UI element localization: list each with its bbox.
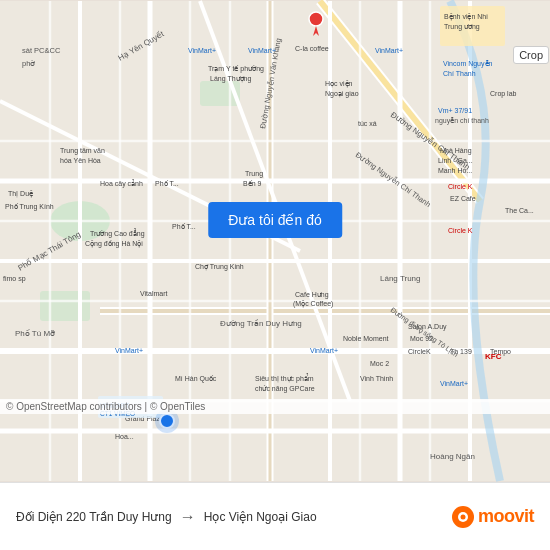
svg-text:hóa Yên Hòa: hóa Yên Hòa [60,157,101,164]
svg-text:The Ca...: The Ca... [505,207,534,214]
svg-text:nguyễn chí thanh: nguyễn chí thanh [435,117,489,125]
svg-text:Trạm Y tế phường: Trạm Y tế phường [208,65,264,73]
svg-text:Trung ương: Trung ương [444,23,480,31]
svg-text:C-la coffee: C-la coffee [295,45,329,52]
svg-text:VinMart+: VinMart+ [115,347,143,354]
svg-text:Bến 9: Bến 9 [243,180,262,187]
svg-rect-3 [40,291,90,321]
svg-text:chức năng GPCare: chức năng GPCare [255,385,315,393]
direction-button[interactable]: Đưa tôi đến đó [208,202,342,238]
svg-text:Đường Trần Duy Hưng: Đường Trần Duy Hưng [220,319,302,328]
svg-text:Phố Trung Kính: Phố Trung Kính [5,203,54,211]
svg-point-104 [309,12,323,26]
svg-text:Mì Hàn Quốc: Mì Hàn Quốc [175,375,217,383]
svg-text:Manh Ho...: Manh Ho... [438,167,472,174]
svg-text:Trường Cao đẳng: Trường Cao đẳng [90,228,145,238]
route-info: Đối Diện 220 Trần Duy Hưng → Học Viện Ng… [16,508,452,526]
svg-point-109 [460,514,465,519]
svg-text:(Mộc Coffee): (Mộc Coffee) [293,300,333,308]
svg-text:phờ: phờ [22,59,35,68]
route-to: Học Viện Ngoại Giao [204,510,317,524]
map-attribution: © OpenStreetMap contributors | © OpenTil… [0,399,550,414]
svg-text:Hoa...: Hoa... [115,433,134,440]
svg-text:Trung tâm văn: Trung tâm văn [60,147,105,155]
svg-text:Phố Tú Mỡ: Phố Tú Mỡ [15,329,55,338]
svg-text:Học viện: Học viện [325,80,353,88]
svg-text:VinMart+: VinMart+ [375,47,403,54]
app-container: Phố Mạc Thái Tông Phố Tú Mỡ Hạ Yên Quyết… [0,0,550,550]
svg-text:Hoàng Ngân: Hoàng Ngân [430,452,475,461]
moovit-brand-text: moovit [478,506,534,527]
svg-text:Phố T...: Phố T... [155,180,179,187]
route-from: Đối Diện 220 Trần Duy Hưng [16,510,172,524]
svg-text:Vitalmart: Vitalmart [140,290,168,297]
svg-text:Vincom Nguyễn: Vincom Nguyễn [443,60,493,68]
svg-text:Ngoại giao: Ngoại giao [325,90,359,98]
svg-text:Chí Thanh: Chí Thanh [443,70,476,77]
svg-text:Chợ Trung Kinh: Chợ Trung Kinh [195,263,244,271]
arrow-icon: → [180,508,196,526]
crop-label: Crop [513,46,549,64]
svg-text:Moc 2: Moc 2 [370,360,389,367]
svg-text:Noble Moment: Noble Moment [343,335,389,342]
svg-text:Crop lab: Crop lab [490,90,517,98]
map-area: Phố Mạc Thái Tông Phố Tú Mỡ Hạ Yên Quyết… [0,0,550,482]
moovit-logo: moovit [452,506,534,528]
svg-text:fimo sp: fimo sp [3,275,26,283]
svg-text:Phố T...: Phố T... [172,223,196,230]
svg-text:sàt PC&CC: sàt PC&CC [22,46,61,55]
svg-text:túc xá: túc xá [358,120,377,127]
svg-text:Nhà Hàng: Nhà Hàng [440,147,472,155]
svg-text:VinMart+: VinMart+ [440,380,468,387]
svg-text:Thị Duệ: Thị Duệ [8,190,33,198]
svg-text:Bệnh viện Nhi: Bệnh viện Nhi [444,13,488,21]
bottom-bar: Đối Diện 220 Trần Duy Hưng → Học Viện Ng… [0,482,550,550]
svg-text:Hoa cây cảnh: Hoa cây cảnh [100,179,143,188]
svg-text:VinMart+: VinMart+ [188,47,216,54]
svg-text:Siêu thị thực phẩm: Siêu thị thực phẩm [255,373,314,383]
svg-text:Cafe Hưng: Cafe Hưng [295,291,329,299]
svg-text:Vinh Thinh: Vinh Thinh [360,375,393,382]
svg-text:Vm+ 37/91: Vm+ 37/91 [438,107,472,114]
svg-text:Cộng đồng Hà Nội: Cộng đồng Hà Nội [85,240,143,248]
svg-text:EZ Cafe: EZ Cafe [450,195,476,202]
svg-text:Láng Thượng: Láng Thượng [210,75,251,83]
svg-text:Circle K: Circle K [448,183,473,190]
moovit-icon [452,506,474,528]
svg-text:Linh - Ga...: Linh - Ga... [438,157,473,164]
svg-text:Láng Trung: Láng Trung [380,274,420,283]
svg-text:Circle K: Circle K [448,227,473,234]
svg-text:VinMart+: VinMart+ [310,347,338,354]
svg-text:Trung: Trung [245,170,263,178]
svg-text:Tempo: Tempo [490,348,511,356]
svg-text:CircleK: CircleK [408,348,431,355]
